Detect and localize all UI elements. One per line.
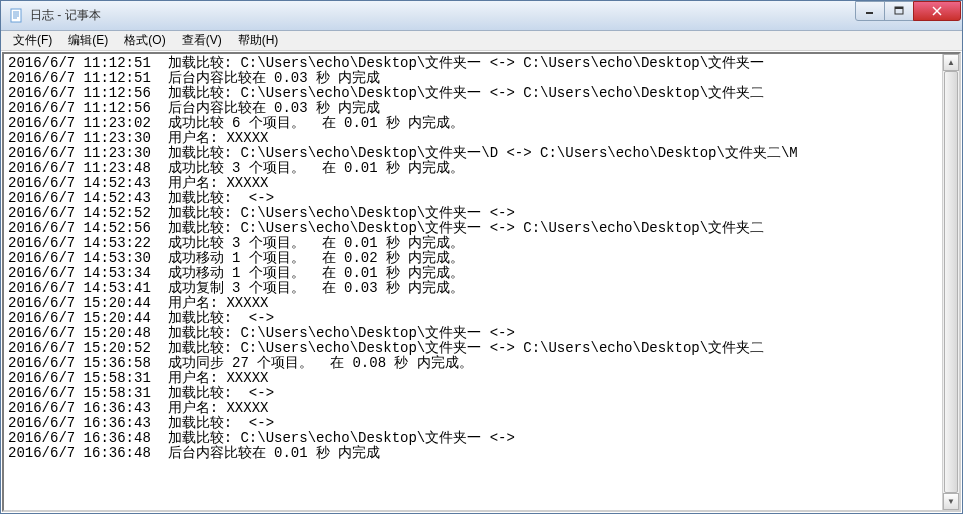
maximize-icon <box>894 6 904 16</box>
scroll-up-button[interactable]: ▲ <box>943 54 959 71</box>
menu-help[interactable]: 帮助(H) <box>230 30 287 51</box>
titlebar[interactable]: 日志 - 记事本 <box>1 1 962 31</box>
chevron-up-icon: ▲ <box>947 58 955 67</box>
maximize-button[interactable] <box>884 1 914 21</box>
text-area[interactable]: 2016/6/7 11:12:51 加载比较: C:\Users\echo\De… <box>4 54 942 510</box>
scroll-track[interactable] <box>943 71 959 493</box>
window-title: 日志 - 记事本 <box>30 7 856 24</box>
vertical-scrollbar[interactable]: ▲ ▼ <box>942 54 959 510</box>
scroll-thumb[interactable] <box>944 71 958 493</box>
editor-wrap: 2016/6/7 11:12:51 加载比较: C:\Users\echo\De… <box>2 52 961 512</box>
scroll-down-button[interactable]: ▼ <box>943 493 959 510</box>
chevron-down-icon: ▼ <box>947 497 955 506</box>
menubar: 文件(F) 编辑(E) 格式(O) 查看(V) 帮助(H) <box>1 31 962 51</box>
notepad-window: 日志 - 记事本 文件(F) 编辑(E) 格式(O) 查看(V) 帮助(H) 2… <box>0 0 963 514</box>
close-icon <box>931 6 943 16</box>
notepad-icon <box>9 8 25 24</box>
minimize-icon <box>865 6 875 16</box>
menu-view[interactable]: 查看(V) <box>174 30 230 51</box>
window-controls <box>856 1 961 23</box>
minimize-button[interactable] <box>855 1 885 21</box>
menu-edit[interactable]: 编辑(E) <box>60 30 116 51</box>
menu-format[interactable]: 格式(O) <box>116 30 173 51</box>
close-button[interactable] <box>913 1 961 21</box>
menu-file[interactable]: 文件(F) <box>5 30 60 51</box>
